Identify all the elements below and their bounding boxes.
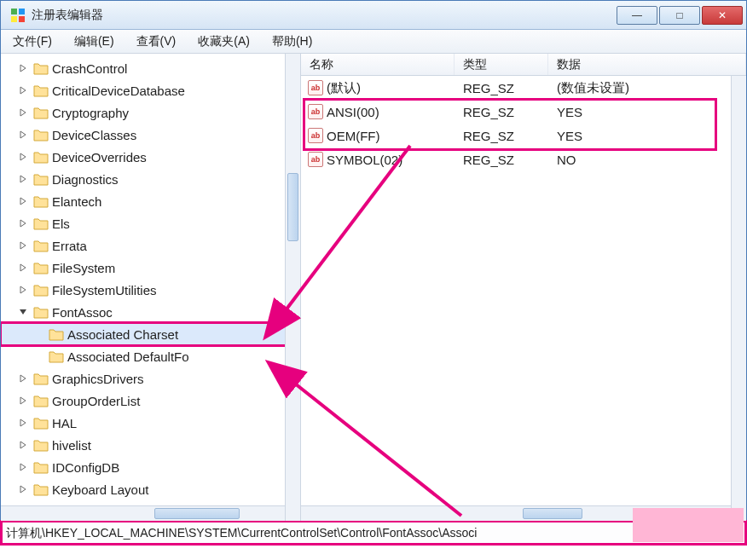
svg-rect-1 bbox=[19, 9, 25, 14]
string-value-icon: ab bbox=[308, 152, 323, 167]
tree-item[interactable]: FileSystemUtilities bbox=[1, 279, 300, 301]
tree-item-label: FileSystem bbox=[52, 261, 115, 275]
expand-icon[interactable] bbox=[16, 372, 30, 385]
list-row[interactable]: abANSI(00)REG_SZYES bbox=[301, 100, 746, 124]
tree-item-selected[interactable]: Associated Charset bbox=[1, 323, 300, 345]
value-name: OEM(FF) bbox=[327, 129, 379, 143]
column-type[interactable]: 类型 bbox=[455, 54, 548, 75]
scrollbar-thumb[interactable] bbox=[154, 508, 240, 519]
tree-item[interactable]: Cryptography bbox=[1, 101, 300, 124]
tree-item-label: DeviceClasses bbox=[52, 128, 136, 142]
titlebar[interactable]: 注册表编辑器 — □ ✕ bbox=[1, 1, 746, 30]
tree-item[interactable]: DeviceClasses bbox=[1, 124, 300, 146]
expand-icon[interactable] bbox=[16, 194, 30, 208]
tree-item[interactable]: Errata bbox=[1, 234, 300, 257]
value-data: NO bbox=[548, 153, 746, 167]
tree-item-label: FontAssoc bbox=[52, 305, 113, 320]
menu-help[interactable]: 帮助(H) bbox=[267, 32, 317, 51]
value-data: YES bbox=[548, 129, 746, 143]
tree-item-label: hivelist bbox=[52, 438, 91, 453]
list-vertical-scrollbar[interactable] bbox=[731, 76, 746, 521]
tree-item-label: Keyboard Layout bbox=[52, 482, 148, 497]
expand-icon[interactable] bbox=[42, 327, 45, 341]
window-title: 注册表编辑器 bbox=[32, 8, 617, 23]
list-header: 名称 类型 数据 bbox=[301, 54, 746, 76]
expand-icon[interactable] bbox=[16, 394, 30, 407]
tree-vertical-scrollbar[interactable] bbox=[285, 54, 300, 521]
menu-edit[interactable]: 编辑(E) bbox=[69, 32, 119, 51]
window-frame: 注册表编辑器 — □ ✕ 文件(F) 编辑(E) 查看(V) 收藏夹(A) 帮助… bbox=[0, 0, 747, 546]
expand-icon[interactable] bbox=[42, 349, 45, 363]
minimize-button[interactable]: — bbox=[617, 6, 657, 25]
expand-icon[interactable] bbox=[16, 239, 30, 252]
column-name[interactable]: 名称 bbox=[301, 54, 455, 75]
maximize-button[interactable]: □ bbox=[659, 6, 700, 25]
tree-pane[interactable]: CrashControlCriticalDeviceDatabaseCrypto… bbox=[1, 54, 301, 521]
menu-view[interactable]: 查看(V) bbox=[131, 32, 182, 51]
expand-icon[interactable] bbox=[16, 482, 30, 496]
value-name: SYMBOL(02) bbox=[327, 153, 402, 167]
expand-icon[interactable] bbox=[16, 172, 30, 186]
tree-item-label: HAL bbox=[52, 416, 77, 430]
tree-item-label: CrashControl bbox=[52, 61, 127, 76]
svg-rect-2 bbox=[11, 16, 17, 22]
value-data: YES bbox=[548, 105, 746, 119]
list-row[interactable]: abSYMBOL(02)REG_SZNO bbox=[301, 147, 746, 171]
tree-item-label: CriticalDeviceDatabase bbox=[52, 84, 185, 98]
value-type: REG_SZ bbox=[455, 105, 548, 119]
tree-item[interactable]: FontAssoc bbox=[1, 301, 300, 323]
column-data[interactable]: 数据 bbox=[548, 54, 746, 75]
svg-rect-0 bbox=[11, 9, 17, 14]
tree-item[interactable]: CrashControl bbox=[1, 57, 300, 79]
tree-item-label: Cryptography bbox=[52, 106, 129, 120]
tree-item-label: IDConfigDB bbox=[52, 460, 119, 475]
tree-item[interactable]: CriticalDeviceDatabase bbox=[1, 79, 300, 101]
tree-item[interactable]: IDConfigDB bbox=[1, 456, 300, 478]
value-type: REG_SZ bbox=[455, 153, 548, 167]
scrollbar-thumb[interactable] bbox=[523, 508, 582, 519]
expand-icon[interactable] bbox=[16, 84, 30, 97]
expand-icon[interactable] bbox=[16, 150, 30, 164]
tree-item[interactable]: GroupOrderList bbox=[1, 390, 300, 412]
window-buttons: — □ ✕ bbox=[617, 6, 743, 25]
tree-item[interactable]: Keyboard Layout bbox=[1, 478, 300, 500]
expand-icon[interactable] bbox=[16, 261, 30, 274]
value-name: ANSI(00) bbox=[327, 105, 379, 119]
tree-item[interactable]: FileSystem bbox=[1, 257, 300, 279]
tree-item[interactable]: GraphicsDrivers bbox=[1, 367, 300, 390]
annotation-pink-block bbox=[633, 508, 744, 542]
expand-icon[interactable] bbox=[16, 106, 30, 119]
close-button[interactable]: ✕ bbox=[702, 6, 743, 25]
tree-item[interactable]: Elantech bbox=[1, 190, 300, 212]
menubar: 文件(F) 编辑(E) 查看(V) 收藏夹(A) 帮助(H) bbox=[1, 30, 746, 54]
list-row[interactable]: abOEM(FF)REG_SZYES bbox=[301, 124, 746, 147]
string-value-icon: ab bbox=[308, 80, 323, 95]
tree-item[interactable]: Els bbox=[1, 212, 300, 234]
tree-item-label: Diagnostics bbox=[52, 172, 119, 187]
expand-icon[interactable] bbox=[16, 460, 30, 474]
string-value-icon: ab bbox=[308, 104, 323, 119]
expand-icon[interactable] bbox=[16, 283, 30, 297]
expand-icon[interactable] bbox=[16, 438, 30, 452]
app-icon bbox=[9, 7, 26, 24]
scrollbar-thumb[interactable] bbox=[287, 173, 298, 241]
expand-icon[interactable] bbox=[16, 216, 30, 230]
tree-item[interactable]: Diagnostics bbox=[1, 168, 300, 190]
tree-horizontal-scrollbar[interactable] bbox=[1, 505, 285, 521]
expand-icon[interactable] bbox=[16, 61, 30, 75]
menu-file[interactable]: 文件(F) bbox=[8, 32, 57, 51]
tree-item[interactable]: Associated DefaultFo bbox=[1, 345, 300, 367]
tree-item-label: Associated DefaultFo bbox=[67, 349, 189, 364]
expand-icon[interactable] bbox=[16, 416, 30, 430]
tree-item[interactable]: DeviceOverrides bbox=[1, 146, 300, 168]
list-row[interactable]: ab(默认)REG_SZ(数值未设置) bbox=[301, 76, 746, 100]
collapse-icon[interactable] bbox=[16, 305, 30, 319]
menu-favorites[interactable]: 收藏夹(A) bbox=[193, 32, 255, 51]
statusbar-path: 计算机\HKEY_LOCAL_MACHINE\SYSTEM\CurrentCon… bbox=[6, 526, 477, 541]
tree-item-label: Elantech bbox=[52, 194, 101, 209]
tree-item[interactable]: HAL bbox=[1, 412, 300, 434]
tree-item-label: Errata bbox=[52, 239, 87, 253]
list-pane[interactable]: 名称 类型 数据 ab(默认)REG_SZ(数值未设置)abANSI(00)RE… bbox=[301, 54, 746, 521]
expand-icon[interactable] bbox=[16, 128, 30, 141]
tree-item[interactable]: hivelist bbox=[1, 434, 300, 456]
